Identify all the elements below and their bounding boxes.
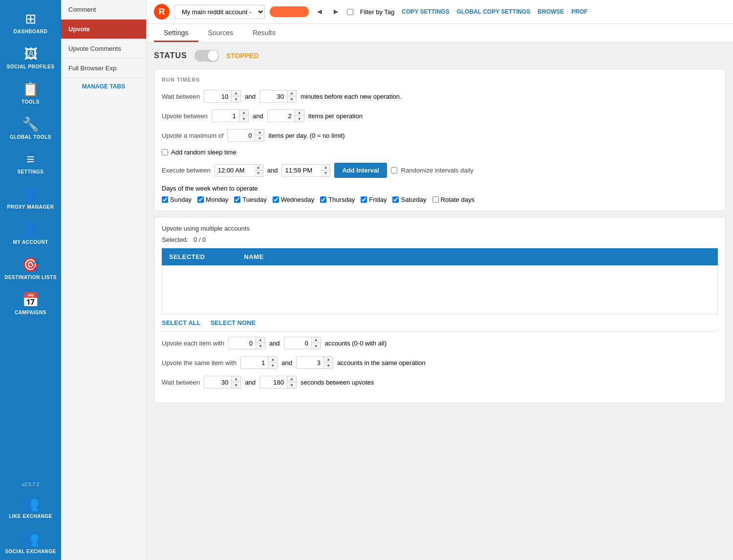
day-wednesday-checkbox[interactable] xyxy=(273,196,279,203)
upvote-same-max-down[interactable]: ▼ xyxy=(324,363,333,368)
upvote-max-day-down[interactable]: ▼ xyxy=(255,135,264,141)
account-tag xyxy=(270,6,309,17)
wait-bottom-max-input[interactable] xyxy=(260,376,287,388)
prev-arrow[interactable]: ◄ xyxy=(314,6,325,17)
execute-end-up[interactable]: ▲ xyxy=(321,165,330,171)
sidebar-item-proxy-manager[interactable]: 👤 PROXY MANAGER xyxy=(0,180,61,215)
upvote-same-max-up[interactable]: ▲ xyxy=(324,357,333,363)
upvote-each-min-down[interactable]: ▼ xyxy=(256,343,265,349)
wait-bottom-max-up[interactable]: ▲ xyxy=(287,376,296,382)
upvote-same-and: and xyxy=(281,359,292,366)
day-friday-checkbox[interactable] xyxy=(361,196,367,203)
sidebar-item-social-exchange[interactable]: 👥 SOCIAL EXCHANGE xyxy=(0,525,61,560)
main-content: R My main reddit account - ◄ ► Filter by… xyxy=(147,0,733,560)
wait-bottom-min-input[interactable] xyxy=(204,376,231,388)
upvote-each-max-up[interactable]: ▲ xyxy=(312,337,321,343)
sidebar-item-dashboard[interactable]: ⊞ DASHBOARD xyxy=(0,5,61,40)
sidebar-item-like-exchange[interactable]: 👥 LIKE EXCHANGE xyxy=(0,490,61,525)
sidebar-item-label: SOCIAL PROFILES xyxy=(7,64,55,69)
upvote-min-input[interactable] xyxy=(212,110,239,122)
upvote-same-min-down[interactable]: ▼ xyxy=(268,363,277,368)
upvote-max-day-up[interactable]: ▲ xyxy=(255,129,264,135)
tabs-bar: Settings Sources Results xyxy=(147,24,733,43)
subnav-item-upvote-comments[interactable]: Upvote Comments xyxy=(61,39,146,59)
upvote-max-down[interactable]: ▼ xyxy=(295,116,304,122)
prof-link[interactable]: PROF xyxy=(571,8,587,15)
run-timers-panel: RUN TIMERS Wait between ▲ ▼ and ▲ ▼ xyxy=(154,69,726,211)
wait-max-up[interactable]: ▲ xyxy=(287,90,296,96)
execute-start-down[interactable]: ▼ xyxy=(254,171,263,176)
tab-results[interactable]: Results xyxy=(243,24,285,42)
day-saturday-checkbox[interactable] xyxy=(392,196,399,203)
sidebar-item-settings[interactable]: ≡ SETTINGS xyxy=(0,146,61,180)
upvote-max-spinners: ▲ ▼ xyxy=(295,110,304,122)
copy-settings-link[interactable]: COPY SETTINGS xyxy=(402,8,449,15)
random-sleep-checkbox[interactable] xyxy=(162,149,168,155)
execute-end-spinners: ▲ ▼ xyxy=(321,165,330,176)
execute-start-up[interactable]: ▲ xyxy=(254,165,263,171)
subnav-item-full-browser[interactable]: Full Browser Exp xyxy=(61,59,146,78)
upvote-same-min-input[interactable] xyxy=(241,357,268,368)
status-toggle[interactable] xyxy=(194,50,219,62)
upvote-max-input[interactable] xyxy=(268,110,295,122)
wait-bottom-max-down[interactable]: ▼ xyxy=(287,382,296,388)
sidebar-item-destination-lists[interactable]: 🎯 DESTINATION LISTS xyxy=(0,251,61,286)
upvote-each-min-input[interactable] xyxy=(229,337,256,349)
upvote-same-min-up[interactable]: ▲ xyxy=(268,357,277,363)
upvote-min-up[interactable]: ▲ xyxy=(239,110,248,116)
wait-max-input[interactable] xyxy=(260,90,287,102)
sidebar-item-campaigns[interactable]: 📅 CAMPAIGNS xyxy=(0,286,61,321)
upvote-max-day-input[interactable] xyxy=(228,129,255,141)
wait-bottom-min-down[interactable]: ▼ xyxy=(232,382,240,388)
add-interval-button[interactable]: Add Interval xyxy=(334,163,387,178)
subnav-item-upvote[interactable]: Upvote xyxy=(61,20,146,39)
wait-min-input[interactable] xyxy=(204,90,231,102)
day-rotate: Rotate days xyxy=(432,196,474,203)
sidebar-item-global-tools[interactable]: 🔧 GLOBAL TOOLS xyxy=(0,110,61,146)
accounts-table-header: SELECTED NAME xyxy=(162,248,718,265)
manage-tabs-button[interactable]: MANAGE TABS xyxy=(61,78,146,95)
execute-end-input[interactable] xyxy=(282,165,321,176)
sidebar-item-tools[interactable]: 📋 TOOLS xyxy=(0,75,61,110)
filter-by-tag-checkbox[interactable] xyxy=(347,9,353,15)
select-none-link[interactable]: SELECT NONE xyxy=(211,319,256,326)
day-rotate-checkbox[interactable] xyxy=(432,196,439,203)
status-state: STOPPED xyxy=(226,52,259,60)
sidebar-item-social-profiles[interactable]: 🖼 SOCIAL PROFILES xyxy=(0,40,61,75)
next-arrow[interactable]: ► xyxy=(330,6,342,17)
upvote-min-down[interactable]: ▼ xyxy=(239,116,248,122)
global-copy-settings-link[interactable]: GLOBAL COPY SETTINGS xyxy=(456,8,530,15)
day-sunday-checkbox[interactable] xyxy=(162,196,168,203)
upvote-each-and: and xyxy=(269,340,280,347)
select-all-link[interactable]: SELECT ALL xyxy=(162,319,201,326)
upvote-each-max-input[interactable] xyxy=(284,337,311,349)
browse-link[interactable]: BROWSE xyxy=(538,8,564,15)
wait-bottom-min-up[interactable]: ▲ xyxy=(232,376,240,382)
execute-end-down[interactable]: ▼ xyxy=(321,171,330,176)
wait-max-down[interactable]: ▼ xyxy=(287,96,296,102)
account-selector[interactable]: My main reddit account - xyxy=(174,5,265,19)
execute-start-wrap: ▲ ▼ xyxy=(215,164,263,177)
wait-min-down[interactable]: ▼ xyxy=(232,96,240,102)
upvote-same-max-input[interactable] xyxy=(297,357,323,368)
global-tools-icon: 🔧 xyxy=(22,116,39,132)
upvote-each-min-spinners: ▲ ▼ xyxy=(256,337,265,349)
upvote-and-label: and xyxy=(253,112,263,120)
sidebar-item-my-account[interactable]: 👤 MY ACCOUNT xyxy=(0,215,61,251)
day-tuesday-checkbox[interactable] xyxy=(234,196,240,203)
tab-sources[interactable]: Sources xyxy=(198,24,243,42)
day-thursday-checkbox[interactable] xyxy=(320,196,326,203)
tab-settings[interactable]: Settings xyxy=(154,24,198,42)
subnav-item-comment[interactable]: Comment xyxy=(61,0,146,20)
wait-bottom-and: and xyxy=(245,379,256,386)
day-monday-checkbox[interactable] xyxy=(197,196,204,203)
randomize-checkbox[interactable] xyxy=(391,167,397,173)
upvote-each-max-down[interactable]: ▼ xyxy=(312,343,321,349)
upvote-each-min-up[interactable]: ▲ xyxy=(256,337,265,343)
upvote-max-label: Upvote a maximum of xyxy=(162,132,223,139)
upvote-max-up[interactable]: ▲ xyxy=(295,110,304,116)
tools-icon: 📋 xyxy=(22,81,39,97)
wait-min-up[interactable]: ▲ xyxy=(232,90,240,96)
execute-start-input[interactable] xyxy=(215,165,254,176)
days-label: Days of the week when to operate xyxy=(162,185,718,192)
